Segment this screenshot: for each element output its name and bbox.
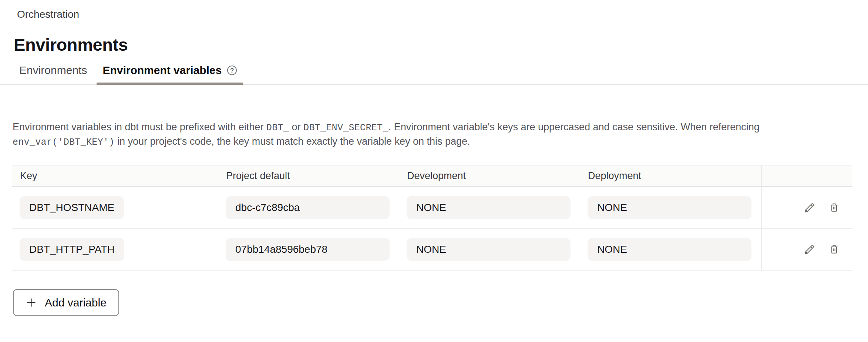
pencil-icon [804,243,816,255]
edit-variable-button[interactable] [803,201,816,214]
deployment-chip: NONE [588,238,751,261]
deployment-chip: NONE [588,196,751,219]
pencil-icon [804,201,816,214]
project-default-chip: dbc-c7c89cba [226,196,390,219]
tab-environment-variables-label: Environment variables [102,64,222,77]
edit-variable-button[interactable] [803,243,816,256]
help-icon[interactable]: ? [227,66,237,75]
development-chip: NONE [407,196,571,219]
trash-icon [828,244,840,255]
tab-environments-label: Environments [19,64,87,77]
environment-variables-table: Key Project default Development Deployme… [12,165,852,271]
add-variable-button[interactable]: Add variable [13,289,119,316]
development-chip: NONE [407,238,571,261]
inline-code: DBT_ENV_SECRET_ [303,123,388,133]
project-default-chip: 07bb14a8596beb78 [226,238,390,261]
column-header-project-default: Project default [218,165,399,186]
page-title: Environments [14,35,868,55]
trash-icon [828,202,840,213]
delete-variable-button[interactable] [827,201,841,214]
column-header-development: Development [399,165,580,186]
add-variable-label: Add variable [45,296,107,309]
column-header-key: Key [12,165,218,186]
description-line: env_var('DBT_KEY') in your project's cod… [13,135,784,149]
table-row: DBT_HTTP_PATH 07bb14a8596beb78 NONE NONE [12,229,852,271]
plus-icon [26,297,37,308]
tab-environment-variables[interactable]: Environment variables ? [97,64,243,85]
delete-variable-button[interactable] [827,243,841,256]
table-row: DBT_HOSTNAME dbc-c7c89cba NONE NONE [12,187,852,229]
column-header-deployment: Deployment [580,165,761,186]
breadcrumb[interactable]: Orchestration [0,0,868,21]
page-description: Environment variables in dbt must be pre… [13,120,784,149]
table-header-row: Key Project default Development Deployme… [12,165,852,187]
inline-code: env_var('DBT_KEY') [13,137,114,148]
inline-code: DBT_ [266,123,289,133]
variable-key-chip: DBT_HTTP_PATH [20,238,124,261]
column-header-actions [761,165,852,186]
variable-key-chip: DBT_HOSTNAME [20,196,124,219]
tab-environments[interactable]: Environments [13,64,93,85]
description-line: Environment variables in dbt must be pre… [13,120,784,135]
tab-bar: Environments Environment variables ? [0,64,868,85]
